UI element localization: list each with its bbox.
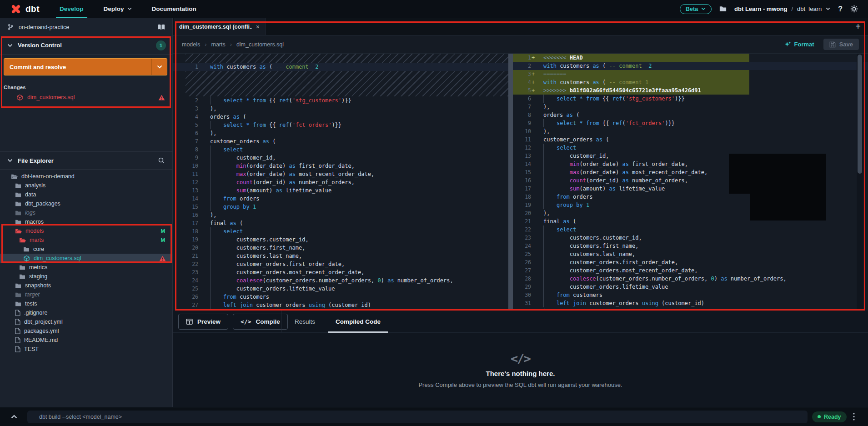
compile-button[interactable]: </> Compile [233, 314, 288, 330]
breadcrumb-item-models[interactable]: models [182, 41, 200, 48]
beta-dropdown[interactable]: Beta [680, 4, 712, 14]
folder-icon [23, 246, 30, 252]
tree-item-dim-customers-sql[interactable]: dim_customers.sql [0, 254, 172, 263]
empty-state-title: There's nothing here. [486, 370, 555, 377]
line-number: 7 [173, 137, 198, 145]
diff-add-marker [531, 234, 536, 242]
tree-item-models[interactable]: modelsM [0, 226, 172, 236]
code-text: orders as ( [210, 113, 246, 121]
tree-item-marts[interactable]: martsM [0, 236, 172, 245]
tree-item-dbt-packages[interactable]: dbt_packages [0, 199, 172, 208]
right-pane-scrollbar[interactable] [857, 54, 863, 311]
nav-deploy[interactable]: Deploy [94, 0, 142, 18]
breadcrumb: models›marts›dim_customers.sql [182, 41, 284, 48]
tree-item-macros[interactable]: macros [0, 217, 172, 226]
code-text: customer_orders as ( [543, 135, 609, 144]
commit-and-resolve-button[interactable]: Commit and resolve [4, 58, 167, 75]
breadcrumb-item-marts[interactable]: marts [211, 41, 225, 48]
tree-item-gitignore[interactable]: .gitignore [0, 308, 172, 317]
tree-item-tests[interactable]: tests [0, 299, 172, 308]
code-line: 20 customers.first_name, [173, 244, 508, 252]
results-panel: Preview </> Compile ResultsCompiled Code… [173, 311, 868, 407]
tree-item-metrics[interactable]: metrics [0, 263, 172, 272]
panel-tab-results[interactable]: Results [295, 311, 315, 333]
code-text: customers.first_name, [210, 244, 306, 252]
line-number: 19 [173, 236, 198, 244]
project-name: dbt Learn - mwong [734, 5, 787, 12]
tree-item-dbt-project-yml[interactable]: dbt_project.yml [0, 317, 172, 326]
panel-tab-compiled-code[interactable]: Compiled Code [336, 311, 381, 333]
close-icon[interactable]: × [256, 23, 260, 30]
code-text: customer_orders.first_order_date, [210, 260, 345, 268]
command-bar: dbt build --select <model_name> Ready [0, 407, 868, 426]
tree-item-dbt-learn-on-demand[interactable]: dbt-learn-on-demand [0, 172, 172, 181]
tree-item-logs[interactable]: logs [0, 208, 172, 217]
dbt-logo-icon[interactable] [10, 3, 22, 15]
save-button[interactable]: Save [823, 39, 859, 50]
search-icon[interactable] [158, 157, 165, 164]
code-text: select * from {{ ref('stg_customers')}} [543, 95, 685, 103]
code-line: 7customer_orders as ( [173, 137, 508, 145]
changed-file-dim-customers[interactable]: dim_customers.sql [0, 92, 172, 103]
file-explorer-header[interactable]: File Explorer [0, 151, 172, 170]
editor-split-view: 1with customers as ( -- comment 22 selec… [173, 54, 868, 311]
format-button[interactable]: Format [784, 41, 814, 48]
code-text: with customers as ( -- comment 2 [210, 63, 318, 71]
tab-dim-customers[interactable]: dim_customers.sql (confli... × [174, 18, 266, 35]
line-number: 17 [513, 185, 531, 193]
tree-item-test[interactable]: TEST [0, 345, 172, 354]
docs-book-icon[interactable] [157, 24, 165, 30]
tree-item-core[interactable]: core [0, 245, 172, 254]
tree-item-readme-md[interactable]: README.md [0, 336, 172, 345]
help-icon[interactable]: ? [838, 5, 843, 13]
diff-add-marker [531, 135, 536, 144]
new-tab-button[interactable]: + [848, 18, 868, 35]
diff-add-marker: + [531, 54, 536, 62]
tree-item-analysis[interactable]: analysis [0, 181, 172, 190]
nav-develop[interactable]: Develop [50, 0, 94, 18]
top-navbar: dbt DevelopDeployDocumentation Beta dbt … [0, 0, 868, 18]
conflict-warning-icon [159, 256, 166, 261]
tree-item-target[interactable]: target [0, 290, 172, 299]
code-text: max(order_date) as most_recent_order_dat… [543, 168, 707, 176]
diff-add-marker [531, 103, 536, 111]
tree-item-packages-yml[interactable]: packages.yml [0, 326, 172, 336]
code-text: select [543, 144, 576, 152]
commit-dropdown-chevron[interactable] [151, 59, 167, 75]
folder-icon [19, 265, 25, 270]
version-control-header[interactable]: Version Control 1 [0, 36, 172, 55]
diff-add-marker [531, 168, 536, 176]
kebab-menu-icon[interactable] [853, 413, 855, 421]
editor-tabbar: dim_customers.sql (confli... × + [173, 18, 868, 35]
code-text: from orders [210, 195, 259, 203]
tree-item-snapshots[interactable]: snapshots [0, 281, 172, 290]
breadcrumb-item-dim-customers-sql[interactable]: dim_customers.sql [236, 41, 284, 48]
code-line: 24 coalesce(customer_orders.number_of_or… [173, 276, 508, 285]
branch-row[interactable]: on-demand-practice [0, 18, 172, 36]
code-line: 27 left join customer_orders using (cust… [173, 301, 508, 309]
code-line: 24 customers.first_name, [513, 242, 868, 250]
code-text: select [543, 226, 576, 234]
command-input[interactable]: dbt build --select <model_name> [27, 411, 808, 423]
line-number: 9 [173, 154, 198, 162]
diff-add-marker [531, 266, 536, 275]
tree-item-data[interactable]: data [0, 190, 172, 199]
folder-icon [15, 210, 21, 216]
status-badge[interactable]: Ready [812, 411, 847, 422]
code-line: 9 select * from {{ ref('fct_orders')}} [513, 119, 868, 127]
left-pane-scrollbar[interactable] [508, 54, 513, 311]
chevron-up-icon[interactable] [11, 415, 17, 419]
gear-icon[interactable] [850, 5, 858, 13]
project-switcher[interactable]: dbt Learn - mwong / dbt_learn [734, 5, 830, 12]
nav-documentation[interactable]: Documentation [142, 0, 206, 18]
preview-button[interactable]: Preview [178, 314, 228, 330]
chevron-down-icon [7, 44, 13, 47]
tree-item-staging[interactable]: staging [0, 272, 172, 281]
environment-name: dbt_learn [797, 5, 822, 12]
code-line: 3+======= [513, 70, 868, 78]
line-number: 15 [513, 168, 531, 176]
beta-label: Beta [686, 6, 698, 12]
code-text: sum(amount) as lifetime_value [543, 185, 665, 193]
code-text: customer_orders as ( [210, 137, 276, 145]
code-pane-left[interactable]: 1with customers as ( -- comment 22 selec… [173, 54, 508, 311]
